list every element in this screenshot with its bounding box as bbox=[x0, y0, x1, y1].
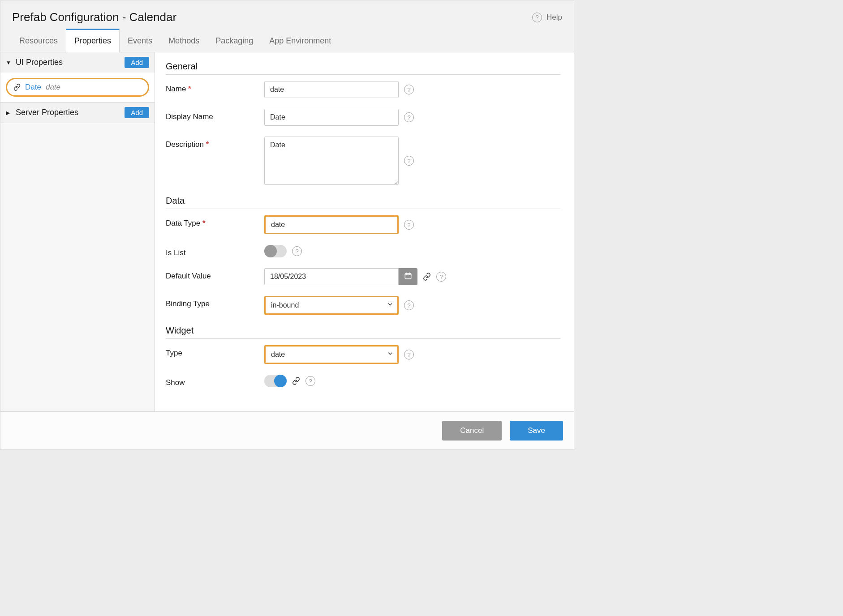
dialog-footer: Cancel Save bbox=[0, 411, 574, 449]
form-panel: General Name ? Display Name ? Descriptio… bbox=[155, 52, 574, 411]
dialog-prefab-configuration: Prefab Configuration - Calendar ? Help R… bbox=[0, 0, 574, 450]
binding-type-select[interactable] bbox=[264, 296, 399, 315]
save-button[interactable]: Save bbox=[510, 421, 563, 441]
add-ui-property-button[interactable]: Add bbox=[125, 57, 149, 68]
label-description: Description bbox=[166, 137, 255, 149]
dialog-header: Prefab Configuration - Calendar ? Help bbox=[0, 0, 574, 29]
section-data: Data bbox=[166, 196, 560, 209]
label-is-list: Is List bbox=[166, 245, 255, 257]
help-icon[interactable]: ? bbox=[292, 246, 302, 256]
svg-rect-0 bbox=[405, 273, 411, 278]
tab-strip: Resources Properties Events Methods Pack… bbox=[0, 29, 574, 52]
cancel-button[interactable]: Cancel bbox=[442, 421, 502, 441]
help-icon[interactable]: ? bbox=[404, 300, 414, 310]
sidebar-item-label: Date bbox=[25, 83, 41, 92]
help-icon[interactable]: ? bbox=[404, 220, 414, 230]
sidebar-item-date[interactable]: Date date bbox=[6, 78, 149, 97]
tab-app-environment[interactable]: App Environment bbox=[261, 29, 339, 52]
sidebar-server-title: Server Properties bbox=[16, 108, 78, 117]
tab-properties[interactable]: Properties bbox=[66, 29, 120, 52]
help-icon[interactable]: ? bbox=[404, 112, 414, 122]
link-icon bbox=[13, 84, 21, 91]
section-widget: Widget bbox=[166, 325, 560, 339]
add-server-property-button[interactable]: Add bbox=[125, 107, 149, 118]
tab-resources[interactable]: Resources bbox=[11, 29, 66, 52]
tab-packaging[interactable]: Packaging bbox=[207, 29, 261, 52]
sidebar-ui-title: UI Properties bbox=[16, 58, 63, 67]
dialog-title: Prefab Configuration - Calendar bbox=[12, 10, 176, 24]
chevron-down-icon: ▼ bbox=[6, 60, 12, 66]
description-textarea[interactable] bbox=[264, 137, 399, 185]
help-icon[interactable]: ? bbox=[404, 85, 414, 94]
tab-events[interactable]: Events bbox=[120, 29, 160, 52]
label-default-value: Default Value bbox=[166, 268, 255, 281]
help-icon[interactable]: ? bbox=[404, 350, 414, 359]
sidebar-item-name: date bbox=[46, 83, 60, 92]
label-data-type: Data Type bbox=[166, 215, 255, 228]
show-toggle[interactable] bbox=[264, 375, 287, 387]
sidebar-section-ui-properties: ▼ UI Properties Add Date date bbox=[0, 52, 155, 103]
name-input[interactable] bbox=[264, 81, 399, 98]
calendar-picker-button[interactable] bbox=[399, 268, 417, 285]
sidebar: ▼ UI Properties Add Date date bbox=[0, 52, 155, 411]
is-list-toggle[interactable] bbox=[264, 245, 287, 257]
label-binding-type: Binding Type bbox=[166, 296, 255, 308]
display-name-input[interactable] bbox=[264, 109, 399, 126]
help-icon[interactable]: ? bbox=[436, 272, 446, 282]
help-link[interactable]: ? Help bbox=[532, 13, 562, 22]
label-show: Show bbox=[166, 375, 255, 387]
help-circle-icon: ? bbox=[532, 13, 542, 22]
help-icon[interactable]: ? bbox=[404, 156, 414, 166]
help-label: Help bbox=[546, 13, 562, 22]
section-general: General bbox=[166, 61, 560, 75]
tab-methods[interactable]: Methods bbox=[160, 29, 207, 52]
sidebar-ui-header[interactable]: ▼ UI Properties Add bbox=[0, 52, 155, 73]
label-display-name: Display Name bbox=[166, 109, 255, 121]
sidebar-server-header[interactable]: ▶ Server Properties Add bbox=[0, 103, 155, 123]
help-icon[interactable]: ? bbox=[305, 376, 315, 386]
sidebar-section-server-properties: ▶ Server Properties Add bbox=[0, 103, 155, 123]
label-name: Name bbox=[166, 81, 255, 94]
label-widget-type: Type bbox=[166, 345, 255, 358]
data-type-input[interactable] bbox=[264, 215, 399, 234]
bind-link-icon[interactable] bbox=[292, 377, 300, 385]
default-value-input[interactable] bbox=[264, 268, 399, 285]
widget-type-select[interactable] bbox=[264, 345, 399, 364]
chevron-right-icon: ▶ bbox=[6, 110, 12, 116]
calendar-icon bbox=[404, 272, 412, 282]
bind-link-icon[interactable] bbox=[423, 273, 431, 281]
